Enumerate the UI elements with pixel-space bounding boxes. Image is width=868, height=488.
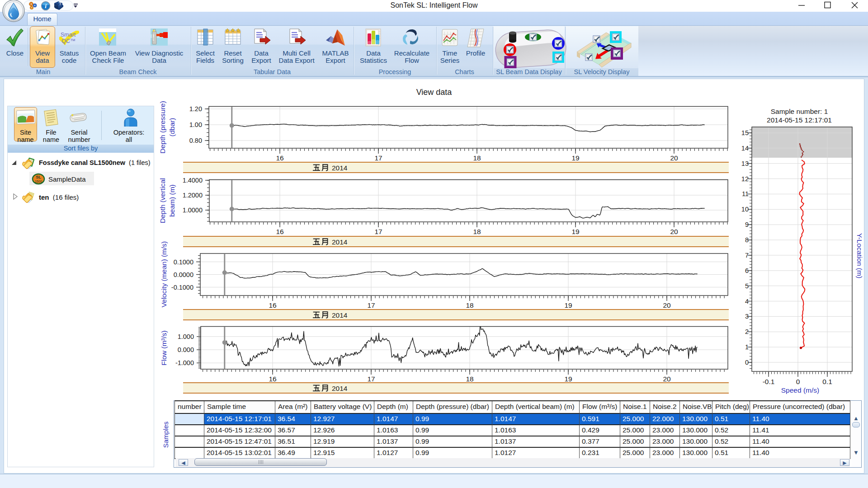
svg-text:0: 0: [796, 378, 800, 385]
svg-text:13: 13: [741, 160, 749, 167]
svg-text:0.1: 0.1: [822, 378, 832, 385]
svg-text:5: 5: [745, 282, 749, 290]
svg-text:-0.1: -0.1: [763, 378, 775, 385]
svg-text:2014-05-15 12:17:01: 2014-05-15 12:17:01: [767, 116, 832, 124]
svg-text:2: 2: [745, 328, 749, 335]
svg-text:11: 11: [742, 190, 749, 197]
svg-text:1: 1: [745, 343, 749, 351]
svg-text:Speed (m/s): Speed (m/s): [781, 386, 819, 394]
svg-text:8: 8: [745, 236, 749, 244]
svg-text:14: 14: [741, 145, 749, 152]
svg-text:4: 4: [745, 298, 749, 305]
svg-text:Y-Location (m): Y-Location (m): [856, 233, 863, 278]
svg-text:7: 7: [745, 252, 749, 259]
svg-text:9: 9: [745, 221, 749, 228]
svg-text:12: 12: [741, 175, 749, 183]
svg-text:10: 10: [741, 206, 749, 213]
svg-text:15: 15: [741, 129, 749, 136]
svg-text:0: 0: [745, 359, 749, 366]
svg-text:Sample number: 1: Sample number: 1: [771, 108, 828, 115]
svg-text:6: 6: [745, 267, 749, 274]
svg-text:3: 3: [745, 313, 749, 320]
